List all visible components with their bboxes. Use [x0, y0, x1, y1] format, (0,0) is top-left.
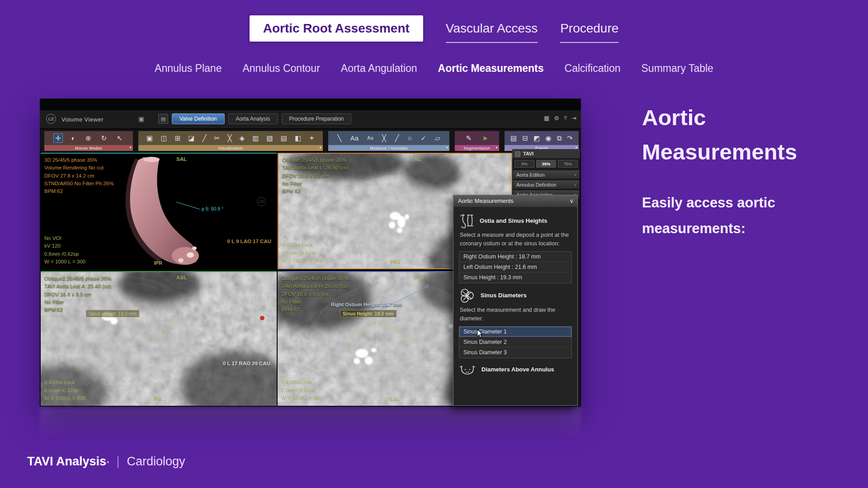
tab-strip-menu-icon[interactable]: ▤: [158, 114, 168, 124]
rotate-3d-icon[interactable]: ↻: [100, 134, 108, 142]
panel-header[interactable]: Aortic Measurements ∨: [453, 195, 577, 207]
app-tab-valve-definition[interactable]: Valve Definition: [172, 113, 225, 124]
subnav-calcification[interactable]: Calcification: [565, 62, 621, 75]
toolbar-group-visualization: ▣ ◫ ⊞ ◪ ╱ ✂ ╳ ◈ ▥ ▧ ▤ ◧ ✦ Visualization▾: [138, 131, 323, 151]
checkmark-icon[interactable]: ✓: [419, 134, 428, 142]
subnav-annulus-contour[interactable]: Annulus Contour: [242, 62, 320, 75]
tab-underline: [446, 42, 538, 43]
segment-view-icon[interactable]: ◧: [293, 134, 302, 142]
batch-icon[interactable]: ▤: [279, 134, 288, 142]
app-tab-procedure-preparation[interactable]: Procedure Preparation: [282, 113, 352, 124]
chevron-down-icon[interactable]: ∨: [569, 195, 574, 207]
viewport-3d-volume[interactable]: 3D 25/45/5 phase 35% Volume Rendering No…: [41, 153, 277, 269]
annulus-definition-button[interactable]: Annulus Definition ›: [513, 180, 579, 189]
sinus-diameter-list: Sinus Diameter 1 Sinus Diameter 2 Sinus …: [459, 326, 572, 358]
viewport-stats: No VOI kV 120 0.6mm /0.62sp W = 1000 L =…: [44, 235, 85, 266]
sinus-diameter-3-row[interactable]: Sinus Diameter 3: [459, 347, 571, 358]
group-expand-icon[interactable]: ▾: [446, 145, 448, 150]
section-description: Select a measure and deposit a point at …: [460, 231, 571, 249]
ruler-line-icon[interactable]: ╲: [336, 134, 343, 142]
auto-segment-icon[interactable]: ➤: [481, 134, 490, 142]
aortic-measurements-panel: Aortic Measurements ∨ Ostia and Sinu: [453, 195, 578, 406]
scalpel-icon[interactable]: ╱: [201, 134, 208, 142]
scissors-icon[interactable]: ✂: [213, 134, 222, 142]
sidebar-title: TAVI: [512, 149, 580, 158]
phase-buttons: 0% 35% 75%: [512, 158, 580, 169]
section-title: Diameters Above Annulus: [481, 366, 554, 373]
clip-box-icon[interactable]: ▧: [265, 134, 274, 142]
viewport-stats: 0.43/No Lock 0.6mm /0.62sp W = 1000 L = …: [44, 379, 85, 402]
volume-viewer-screenshot: GE Volume Viewer ▣ ▤ Valve Definition Ao…: [40, 99, 581, 407]
edge-label: PAS: [390, 259, 400, 265]
aorta-edition-button[interactable]: Aorta Edition ›: [513, 170, 579, 179]
phase-0-button[interactable]: 0%: [514, 160, 534, 168]
footer-divider: |: [117, 455, 120, 469]
exit-export-icon[interactable]: ↷: [566, 134, 574, 142]
select-cursor-icon[interactable]: ↖: [115, 134, 124, 142]
edge-label: LAL: [390, 397, 400, 402]
ge-logo: GE: [46, 114, 56, 124]
annotate-label-icon[interactable]: Aa: [366, 135, 374, 141]
cut-plane-icon[interactable]: ◪: [187, 134, 196, 142]
slab-icon[interactable]: ◫: [159, 134, 168, 142]
delete-measure-icon[interactable]: ╳: [381, 134, 387, 142]
color-map-icon[interactable]: ◈: [238, 134, 246, 142]
print-icon[interactable]: ⊟: [521, 134, 529, 142]
polygon-trace-icon[interactable]: ▱: [434, 134, 442, 142]
phase-75-button[interactable]: 75%: [558, 160, 578, 168]
exit-icon[interactable]: ⇥: [571, 115, 576, 122]
projection-label: 0 L 17 RAO 39 CAU: [223, 361, 270, 366]
tab-label: Vascular Access: [446, 15, 538, 36]
hide-structures-icon[interactable]: ╳: [226, 134, 233, 142]
window-controls: ▦ ⚙ ? ⇥: [544, 115, 576, 122]
report-icon[interactable]: ▤: [509, 134, 518, 142]
crosshair-icon[interactable]: ⊞: [174, 134, 182, 142]
group-expand-icon[interactable]: ▾: [320, 145, 321, 150]
subnav-aorta-angulation[interactable]: Aorta Angulation: [341, 62, 417, 75]
help-icon[interactable]: ?: [564, 115, 567, 122]
page-title: Aortic Measurements: [642, 100, 797, 169]
sinus-diameter-1-row[interactable]: Sinus Diameter 1: [459, 327, 571, 337]
save-icon[interactable]: ◩: [532, 134, 541, 142]
contrast-icon[interactable]: ◐: [70, 134, 77, 142]
trademark-icon: *: [107, 460, 109, 467]
row-label: Sinus Diameter 1: [463, 328, 507, 335]
ellipse-measure-icon[interactable]: ○: [406, 134, 413, 142]
protocol-icon[interactable]: ✦: [307, 134, 316, 142]
zoom-icon[interactable]: ⊕: [84, 134, 93, 142]
sinus-diameter-2-row[interactable]: Sinus Diameter 2: [459, 337, 571, 347]
sinus-height-row[interactable]: Sinus Height : 19.3 mm: [459, 272, 571, 283]
volume-icon[interactable]: ▥: [251, 134, 260, 142]
paint-segment-icon[interactable]: ✎: [465, 134, 473, 142]
tab-vascular-access[interactable]: Vascular Access: [446, 15, 538, 43]
annotate-text-icon[interactable]: Aa: [349, 134, 360, 142]
group-expand-icon[interactable]: ▾: [130, 145, 132, 150]
viewport-oblique2-ct[interactable]: Oblique2 25/45/5 phase 35% TAVI Aorta Le…: [41, 271, 277, 406]
orientation-marker: SPR: [413, 275, 424, 280]
sinus-height-annotation: Sinus Height: 19.3 mm: [86, 310, 139, 317]
tab-underline: [560, 42, 618, 43]
subnav-aortic-measurements[interactable]: Aortic Measurements: [438, 62, 544, 75]
layout-icon[interactable]: ▦: [544, 115, 549, 122]
camera-icon[interactable]: ◉: [544, 134, 552, 142]
left-ostium-height-row[interactable]: Left Ostium Height : 21.6 mm: [459, 262, 571, 272]
viewport-info: Oblique2 25/45/5 phase 35% TAVI Aorta Le…: [44, 275, 111, 314]
subnav-annulus-plane[interactable]: Annulus Plane: [155, 62, 222, 75]
copy-export-icon[interactable]: ⧉: [556, 134, 563, 142]
settings-gear-icon[interactable]: ⚙: [554, 115, 559, 122]
tab-procedure[interactable]: Procedure: [560, 15, 618, 43]
button-label: Annulus Definition: [516, 182, 557, 188]
line-measure-icon[interactable]: ╱: [393, 134, 400, 142]
footer: TAVI Analysis* | Cardiology: [27, 455, 185, 469]
layout-view-icon[interactable]: ▣: [145, 134, 154, 142]
right-ostium-height-row[interactable]: Right Ostium Height : 18.7 mm: [459, 252, 571, 262]
subnav-summary-table[interactable]: Summary Table: [642, 62, 713, 75]
ge-watermark: GE: [257, 197, 266, 206]
pan-icon[interactable]: ✛: [53, 133, 63, 143]
phase-35-button[interactable]: 35%: [536, 160, 556, 168]
section-description: Select the measurement and draw the diam…: [460, 306, 571, 324]
chevron-right-icon: ›: [574, 172, 576, 178]
tab-aortic-root-assessment[interactable]: Aortic Root Assessment: [250, 15, 423, 42]
app-tab-aorta-analysis[interactable]: Aorta Analysis: [228, 113, 278, 124]
group-expand-icon[interactable]: ▾: [496, 145, 498, 150]
